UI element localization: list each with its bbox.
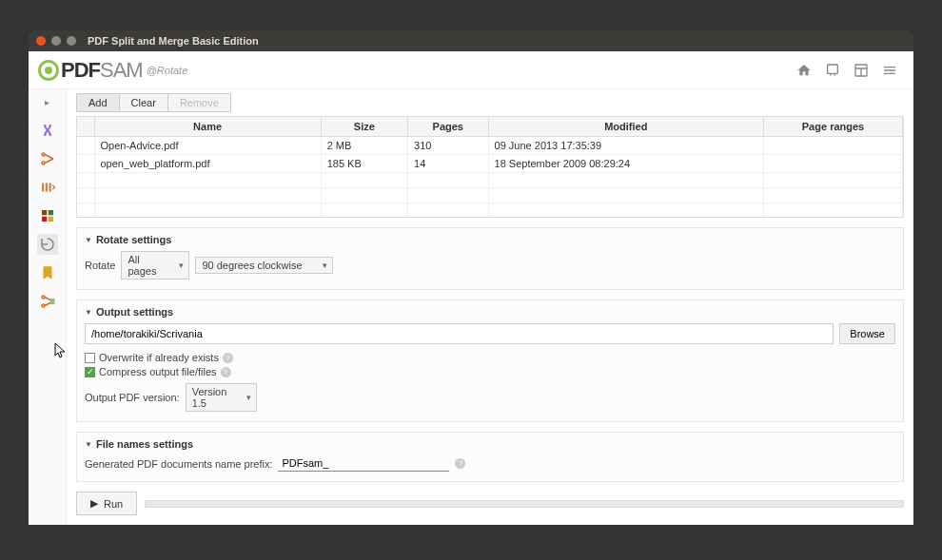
- svg-rect-13: [50, 299, 55, 304]
- svg-rect-0: [828, 65, 838, 73]
- cell-modified: 18 September 2009 08:29:24: [488, 155, 763, 173]
- svg-point-3: [42, 162, 45, 164]
- svg-point-11: [42, 296, 45, 299]
- cell-name: Open-Advice.pdf: [94, 137, 321, 155]
- table-row[interactable]: Open-Advice.pdf 2 MB 310 09 June 2013 17…: [77, 137, 903, 155]
- overwrite-label: Overwrite if already exists: [99, 352, 219, 363]
- cell-pages: 310: [408, 137, 489, 155]
- sidebar-merge-icon[interactable]: [37, 120, 58, 141]
- svg-rect-10: [48, 217, 52, 222]
- svg-rect-8: [48, 210, 52, 215]
- add-button[interactable]: Add: [76, 93, 120, 112]
- filename-settings-header[interactable]: File names settings: [85, 438, 895, 450]
- svg-point-12: [42, 304, 45, 307]
- col-modified[interactable]: Modified: [488, 117, 763, 137]
- sidebar-mix-icon[interactable]: [37, 205, 58, 226]
- sidebar: ▸: [29, 89, 67, 525]
- dashboard-icon[interactable]: [849, 58, 873, 83]
- info-icon[interactable]: ?: [221, 367, 231, 377]
- home-icon[interactable]: [792, 58, 816, 83]
- compress-checkbox[interactable]: ✓: [85, 367, 95, 377]
- logo-sam: SAM: [100, 58, 143, 82]
- prefix-input[interactable]: [278, 455, 449, 472]
- svg-point-2: [42, 153, 45, 156]
- maximize-window-button[interactable]: [67, 36, 76, 46]
- run-label: Run: [104, 498, 123, 510]
- col-ranges[interactable]: Page ranges: [764, 117, 903, 137]
- rotate-settings-section: Rotate settings Rotate All pages 90 degr…: [76, 227, 904, 290]
- cell-ranges[interactable]: [764, 137, 903, 155]
- rotate-settings-header[interactable]: Rotate settings: [85, 234, 895, 245]
- cell-size: 2 MB: [321, 137, 407, 155]
- col-pages[interactable]: Pages: [408, 117, 489, 137]
- close-window-button[interactable]: [36, 36, 46, 46]
- compress-label: Compress output file/files: [99, 366, 217, 377]
- clear-button[interactable]: Clear: [120, 93, 168, 112]
- svg-rect-5: [45, 183, 47, 192]
- minimize-window-button[interactable]: [51, 36, 61, 46]
- svg-rect-6: [49, 183, 50, 192]
- file-table: Name Size Pages Modified Page ranges Ope…: [76, 116, 904, 218]
- main-content: Add Clear Remove Name Size Pages Modifie…: [67, 89, 913, 525]
- table-header-row: Name Size Pages Modified Page ranges: [77, 117, 903, 137]
- pdf-version-label: Output PDF version:: [85, 392, 180, 403]
- window-title: PDF Split and Merge Basic Edition: [88, 35, 259, 47]
- logo-icon: [38, 60, 59, 81]
- app-logo: PDFSAM: [38, 58, 143, 83]
- col-size[interactable]: Size: [321, 117, 407, 137]
- cell-ranges[interactable]: [764, 155, 903, 173]
- output-path-input[interactable]: [85, 323, 834, 344]
- output-settings-header[interactable]: Output settings: [85, 306, 895, 318]
- svg-rect-4: [42, 183, 44, 192]
- output-settings-section: Output settings Browse Overwrite if alre…: [76, 299, 904, 422]
- filename-settings-section: File names settings Generated PDF docume…: [76, 432, 904, 482]
- logo-pdf: PDF: [61, 58, 100, 82]
- prefix-label: Generated PDF documents name prefix:: [85, 458, 272, 470]
- sidebar-expand-button[interactable]: ▸: [41, 95, 54, 108]
- menu-icon[interactable]: [877, 58, 902, 83]
- cell-pages: 14: [408, 155, 489, 173]
- browse-button[interactable]: Browse: [839, 323, 895, 344]
- play-icon: ▶: [90, 497, 98, 510]
- info-icon[interactable]: ?: [455, 458, 465, 469]
- breadcrumb: @Rotate: [147, 65, 188, 76]
- table-row[interactable]: open_web_platform.pdf 185 KB 14 18 Septe…: [77, 155, 903, 173]
- sidebar-bookmark-icon[interactable]: [37, 262, 58, 283]
- cell-name: open_web_platform.pdf: [94, 155, 321, 173]
- svg-rect-7: [42, 210, 47, 215]
- rotate-label: Rotate: [85, 260, 115, 271]
- rotate-pages-select[interactable]: All pages: [121, 251, 189, 280]
- notification-icon[interactable]: [820, 58, 845, 83]
- app-header: PDFSAM @Rotate: [29, 51, 913, 89]
- run-button[interactable]: ▶ Run: [76, 492, 137, 515]
- pdf-version-select[interactable]: Version 1.5: [186, 383, 257, 412]
- col-name[interactable]: Name: [94, 117, 321, 137]
- titlebar: PDF Split and Merge Basic Edition: [29, 30, 913, 51]
- sidebar-rotate-icon[interactable]: [37, 234, 58, 255]
- svg-rect-9: [42, 217, 47, 222]
- cell-size: 185 KB: [321, 155, 407, 173]
- info-icon[interactable]: ?: [223, 353, 233, 363]
- rotate-degrees-select[interactable]: 90 degrees clockwise: [195, 257, 333, 274]
- sidebar-size-split-icon[interactable]: [37, 291, 58, 312]
- progress-bar: [145, 500, 904, 508]
- sidebar-split-icon[interactable]: [37, 148, 58, 169]
- cell-modified: 09 June 2013 17:35:39: [488, 137, 763, 155]
- remove-button: Remove: [168, 93, 231, 112]
- sidebar-extract-icon[interactable]: [37, 177, 58, 198]
- col-handle: [77, 117, 94, 137]
- overwrite-checkbox[interactable]: [85, 353, 95, 363]
